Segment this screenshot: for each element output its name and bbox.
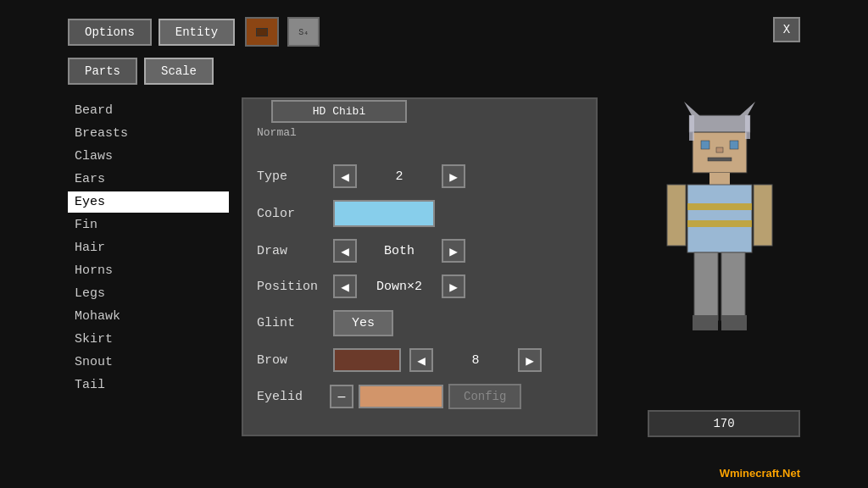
part-item-fin[interactable]: Fin: [68, 214, 229, 236]
svg-rect-13: [721, 252, 745, 320]
svg-marker-17: [738, 102, 755, 117]
entity-button[interactable]: Entity: [159, 19, 235, 46]
part-item-ears[interactable]: Ears: [68, 169, 229, 190]
svg-rect-14: [693, 315, 718, 330]
top-nav: Options Entity S₄: [68, 17, 320, 47]
glint-row: Glint Yes: [257, 310, 582, 336]
options-button[interactable]: Options: [68, 19, 152, 46]
svg-rect-15: [721, 315, 747, 330]
type-left-arrow[interactable]: ◀: [333, 164, 357, 188]
eyelid-row: Eyelid – Config: [257, 384, 582, 409]
svg-rect-5: [708, 158, 732, 161]
position-value: Down×2: [365, 280, 433, 294]
part-item-horns[interactable]: Horns: [68, 260, 229, 281]
eyelid-minus-button[interactable]: –: [330, 385, 353, 408]
brow-right-arrow[interactable]: ▶: [518, 348, 542, 372]
svg-rect-12: [694, 252, 718, 320]
part-item-mohawk[interactable]: Mohawk: [68, 306, 229, 327]
part-item-beard[interactable]: Beard: [68, 100, 229, 121]
type-row: Type ◀ 2 ▶: [257, 164, 582, 188]
svg-rect-2: [701, 141, 709, 149]
svg-rect-10: [667, 185, 686, 246]
position-left-arrow[interactable]: ◀: [333, 274, 357, 298]
svg-rect-7: [687, 185, 752, 252]
eyelid-swatch[interactable]: [359, 385, 443, 408]
draw-label: Draw: [257, 244, 325, 258]
part-item-eyes[interactable]: Eyes: [68, 191, 229, 213]
config-button[interactable]: Config: [448, 384, 521, 409]
position-row: Position ◀ Down×2 ▶: [257, 274, 582, 298]
glint-button[interactable]: Yes: [333, 310, 393, 336]
color-label: Color: [257, 207, 325, 221]
svg-rect-18: [689, 115, 694, 141]
scale-button[interactable]: Scale: [144, 58, 214, 85]
type-label: Type: [257, 169, 325, 184]
svg-rect-9: [687, 220, 752, 227]
main-panel: Normal Type ◀ 2 ▶ Color Draw ◀ Both ▶ Po…: [242, 97, 598, 436]
color-swatch[interactable]: [333, 200, 435, 227]
part-item-claws[interactable]: Claws: [68, 146, 229, 167]
part-item-breasts[interactable]: Breasts: [68, 123, 229, 144]
part-item-hair[interactable]: Hair: [68, 237, 229, 258]
brow-left-arrow[interactable]: ◀: [409, 348, 433, 372]
svg-rect-1: [689, 115, 750, 132]
brow-label: Brow: [257, 353, 325, 368]
watermark: Wminecraft.Net: [720, 467, 800, 480]
part-item-tail[interactable]: Tail: [68, 374, 229, 396]
height-indicator: 170: [648, 410, 800, 437]
svg-rect-8: [687, 203, 752, 210]
type-right-arrow[interactable]: ▶: [442, 164, 465, 188]
color-row: Color: [257, 200, 582, 227]
second-nav: Parts Scale: [68, 58, 214, 85]
glint-label: Glint: [257, 316, 325, 330]
type-value: 2: [365, 169, 433, 184]
svg-marker-16: [684, 102, 701, 117]
eyelid-label: Eyelid: [257, 390, 325, 404]
part-item-snout[interactable]: Snout: [68, 352, 229, 373]
draw-left-arrow[interactable]: ◀: [333, 239, 357, 263]
position-right-arrow[interactable]: ▶: [442, 274, 465, 298]
svg-rect-19: [745, 115, 750, 139]
height-value: 170: [713, 417, 734, 430]
part-item-legs[interactable]: Legs: [68, 283, 229, 304]
svg-rect-3: [730, 141, 738, 149]
draw-value: Both: [365, 244, 433, 258]
close-button[interactable]: X: [773, 17, 800, 42]
hd-chibi-label: HD Chibi: [313, 105, 365, 118]
character-preview: [652, 102, 787, 373]
draw-row: Draw ◀ Both ▶: [257, 239, 582, 263]
draw-right-arrow[interactable]: ▶: [442, 239, 465, 263]
position-label: Position: [257, 280, 325, 294]
hd-chibi-dropdown[interactable]: HD Chibi: [271, 100, 407, 123]
normal-label: Normal: [257, 126, 582, 139]
brow-value: 8: [442, 353, 509, 368]
chest-icon: [245, 17, 279, 47]
svg-rect-4: [716, 147, 723, 152]
brow-row: Brow ◀ 8 ▶: [257, 348, 582, 372]
svg-rect-11: [754, 185, 772, 246]
part-item-skirt[interactable]: Skirt: [68, 329, 229, 350]
brow-swatch[interactable]: [333, 348, 401, 372]
parts-button[interactable]: Parts: [68, 58, 137, 85]
note-icon: S₄: [287, 17, 320, 47]
parts-list: Beard Breasts Claws Ears Eyes Fin Hair H…: [68, 100, 229, 396]
svg-rect-6: [709, 173, 730, 185]
